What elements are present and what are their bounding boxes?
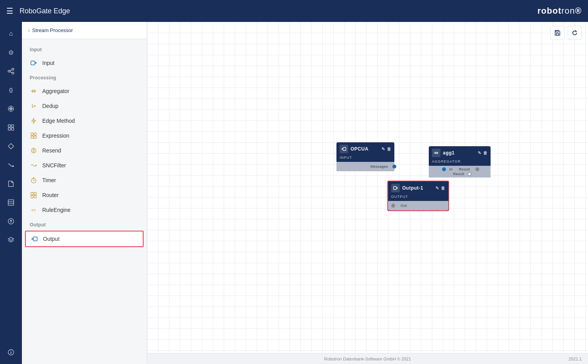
component-ruleengine-label: RuleEngine bbox=[42, 207, 70, 213]
sidebar-file[interactable] bbox=[2, 175, 20, 192]
ruleengine-icon: ≡× bbox=[30, 206, 38, 214]
svg-rect-32 bbox=[31, 195, 33, 198]
svg-rect-34 bbox=[33, 237, 37, 241]
agg1-input-port[interactable] bbox=[442, 167, 446, 171]
breadcrumb-bar: › Stream Processor bbox=[22, 22, 147, 39]
sidebar-info[interactable] bbox=[2, 344, 20, 361]
router-icon bbox=[30, 191, 38, 199]
svg-point-2 bbox=[8, 70, 10, 72]
canvas-area: OPCUA ✎ 🗑 Input Messages bbox=[147, 22, 588, 364]
component-expression[interactable]: Expression bbox=[22, 128, 147, 143]
component-panel: › Stream Processor Input Input Processin… bbox=[22, 22, 147, 364]
sidebar-layers[interactable] bbox=[2, 194, 20, 211]
component-router[interactable]: Router bbox=[22, 188, 147, 203]
timer-icon bbox=[30, 176, 38, 184]
sidebar-home[interactable]: ⌂ bbox=[2, 25, 20, 42]
svg-point-21 bbox=[11, 351, 11, 351]
output1-edit-icon[interactable]: ✎ bbox=[435, 186, 439, 191]
output1-out-label: Out bbox=[397, 204, 410, 208]
component-output[interactable]: Output bbox=[25, 231, 144, 247]
svg-line-4 bbox=[10, 72, 12, 73]
reset-button[interactable] bbox=[568, 26, 582, 40]
agg1-node[interactable]: agg1 ✎ 🗑 Aggregator In Result bbox=[429, 146, 491, 178]
sidebar-code[interactable]: {} bbox=[2, 81, 20, 99]
component-dedup-label: Dedup bbox=[42, 103, 58, 109]
svg-rect-22 bbox=[31, 61, 35, 65]
component-sncfilter[interactable]: SNCFilter bbox=[22, 158, 147, 173]
component-resend[interactable]: Resend bbox=[22, 143, 147, 158]
connections-svg bbox=[147, 22, 588, 364]
component-input[interactable]: Input bbox=[22, 56, 147, 70]
app-logo: robotron® bbox=[538, 6, 582, 16]
opcua-output-port[interactable] bbox=[392, 165, 396, 169]
opcua-messages-label: Messages bbox=[367, 165, 391, 169]
svg-rect-37 bbox=[343, 147, 346, 151]
aggregator-icon bbox=[30, 87, 38, 95]
component-router-label: Router bbox=[42, 192, 59, 198]
output1-delete-icon[interactable]: 🗑 bbox=[441, 186, 446, 191]
agg1-in-label: In bbox=[446, 167, 456, 171]
component-dedup[interactable]: 1× Dedup bbox=[22, 99, 147, 113]
component-aggregator[interactable]: Aggregator bbox=[22, 84, 147, 99]
menu-icon[interactable]: ☰ bbox=[6, 6, 13, 16]
resend-icon bbox=[30, 147, 38, 154]
save-button[interactable] bbox=[550, 26, 565, 40]
svg-point-1 bbox=[12, 72, 14, 74]
output1-node[interactable]: Output-1 ✎ 🗑 Output Out bbox=[387, 181, 449, 211]
opcua-node-actions: ✎ 🗑 bbox=[381, 147, 391, 152]
sidebar-deploy[interactable] bbox=[2, 213, 20, 230]
output1-node-title: Output-1 bbox=[402, 185, 423, 191]
svg-rect-38 bbox=[394, 186, 397, 190]
agg1-node-icon bbox=[432, 149, 441, 157]
section-processing-label: Processing bbox=[22, 74, 147, 84]
footer-text: Robotron Datenbank-Software GmbH © 2021 bbox=[324, 357, 411, 361]
expression-icon bbox=[30, 132, 38, 140]
opcua-node[interactable]: OPCUA ✎ 🗑 Input Messages bbox=[336, 142, 394, 171]
component-timer-label: Timer bbox=[42, 177, 56, 183]
sidebar-network[interactable] bbox=[2, 100, 20, 117]
sidebar-layers2[interactable] bbox=[2, 231, 20, 249]
component-aggregator-label: Aggregator bbox=[42, 88, 69, 94]
icon-sidebar: ⌂ ⚙ {} bbox=[0, 22, 22, 364]
component-ruleengine[interactable]: ≡× RuleEngine bbox=[22, 203, 147, 217]
agg1-result-port[interactable] bbox=[475, 167, 479, 171]
component-output-label: Output bbox=[43, 236, 59, 242]
sidebar-grid[interactable] bbox=[2, 119, 20, 136]
opcua-node-icon bbox=[340, 145, 348, 153]
sidebar-share[interactable] bbox=[2, 63, 20, 80]
section-input-label: Input bbox=[22, 45, 147, 56]
svg-rect-25 bbox=[31, 136, 33, 138]
flow-canvas[interactable]: OPCUA ✎ 🗑 Input Messages bbox=[147, 22, 588, 364]
svg-rect-33 bbox=[34, 195, 36, 198]
svg-rect-26 bbox=[34, 136, 36, 138]
svg-rect-12 bbox=[11, 128, 14, 130]
agg1-node-type: Aggregator bbox=[429, 159, 491, 166]
agg1-title-row: agg1 bbox=[432, 149, 455, 157]
opcua-title-row: OPCUA bbox=[340, 145, 369, 153]
opcua-edit-icon[interactable]: ✎ bbox=[381, 147, 385, 152]
agg1-delete-icon[interactable]: 🗑 bbox=[483, 151, 488, 156]
component-sncfilter-label: SNCFilter bbox=[42, 162, 66, 169]
output1-out-port[interactable] bbox=[391, 204, 395, 208]
agg1-edit-icon[interactable]: ✎ bbox=[478, 151, 482, 156]
svg-line-3 bbox=[10, 70, 12, 71]
main-container: ⌂ ⚙ {} bbox=[0, 22, 588, 364]
output1-node-type: Output bbox=[388, 194, 448, 201]
sidebar-diamond[interactable] bbox=[2, 138, 20, 155]
opcua-node-header: OPCUA ✎ 🗑 bbox=[336, 142, 394, 155]
svg-rect-24 bbox=[34, 133, 36, 135]
app-header: ☰ RoboGate Edge robotron® bbox=[0, 0, 588, 22]
svg-marker-13 bbox=[8, 143, 14, 149]
component-edgemethod[interactable]: Edge Method bbox=[22, 113, 147, 128]
sidebar-flow[interactable] bbox=[2, 156, 20, 174]
sidebar-settings[interactable]: ⚙ bbox=[2, 44, 20, 61]
dedup-icon: 1× bbox=[30, 102, 38, 110]
opcua-delete-icon[interactable]: 🗑 bbox=[387, 147, 392, 152]
output1-title-row: Output-1 bbox=[391, 184, 423, 192]
canvas-toolbar bbox=[550, 26, 582, 40]
panel-scroll[interactable]: Input Input Processing Aggregator 1× Ded… bbox=[22, 39, 147, 364]
breadcrumb-arrow: › bbox=[28, 27, 30, 33]
edgemethod-icon bbox=[30, 117, 38, 125]
sncfilter-icon bbox=[30, 161, 38, 169]
component-timer[interactable]: Timer bbox=[22, 173, 147, 188]
